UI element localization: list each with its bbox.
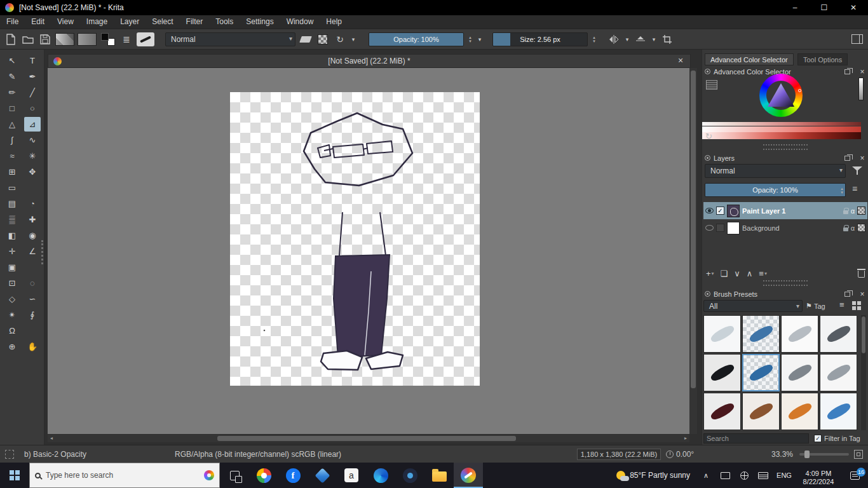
vertical-scrollbar[interactable]: [689, 68, 697, 434]
filter-layers-button[interactable]: [852, 166, 862, 175]
value-bar[interactable]: [858, 78, 864, 100]
tool-bezier-select[interactable]: ∮: [24, 308, 41, 322]
app-edge-button[interactable]: [366, 463, 395, 488]
visibility-eye-icon[interactable]: [705, 225, 714, 231]
presets-scrollbar-thumb[interactable]: [862, 316, 865, 353]
mirror-vertical-button[interactable]: [634, 32, 648, 47]
lock-icon[interactable]: [843, 210, 848, 214]
tool-rect-select[interactable]: ⊡: [4, 276, 20, 290]
app-a-button[interactable]: a: [337, 463, 366, 488]
move-layer-down-button[interactable]: ∨: [734, 269, 740, 278]
tool-freehand-select[interactable]: ∽: [24, 292, 41, 306]
opacity-dropdown-button[interactable]: ▾: [477, 32, 483, 47]
tool-pattern-edit[interactable]: ▒: [4, 212, 20, 227]
toolbox-resize-handle[interactable]: [41, 240, 43, 264]
start-button[interactable]: [0, 463, 29, 488]
close-docker-button[interactable]: ×: [858, 290, 866, 299]
brush-preset[interactable]: [742, 393, 780, 430]
brush-preset[interactable]: [703, 354, 741, 391]
mirror-vertical-dropdown[interactable]: ▾: [651, 32, 657, 47]
menu-item-view[interactable]: View: [51, 15, 80, 29]
maximize-button[interactable]: ☐: [810, 0, 839, 15]
size-spinner[interactable]: ▴▾: [591, 32, 597, 46]
tool-polyline[interactable]: ⊿: [24, 117, 41, 132]
weather-widget[interactable]: 85°F Partly sunny: [610, 471, 696, 480]
preset-filter-select[interactable]: All ▾: [703, 300, 803, 312]
close-docker-button[interactable]: ×: [858, 154, 866, 163]
tray-expand-chevron[interactable]: ∧: [696, 463, 715, 488]
tool-freehand-path[interactable]: ∿: [24, 133, 41, 147]
close-button[interactable]: ✕: [839, 0, 868, 15]
delete-layer-button[interactable]: [858, 271, 865, 278]
new-document-button[interactable]: [4, 32, 18, 47]
tool-text[interactable]: T: [24, 53, 41, 68]
tag-button[interactable]: ⚑ Tag: [806, 300, 825, 312]
tool-multibrush[interactable]: ✳: [24, 149, 41, 163]
selector-settings-button[interactable]: [706, 80, 717, 90]
brush-preset[interactable]: [742, 354, 780, 391]
color-triangle[interactable]: [766, 82, 796, 109]
layer-checkbox[interactable]: [716, 224, 724, 232]
document-close-button[interactable]: ×: [675, 55, 686, 65]
horizontal-scrollbar-thumb[interactable]: [217, 436, 516, 441]
color-history-strip[interactable]: [702, 122, 861, 126]
tool-smart-patch[interactable]: ✚: [24, 212, 41, 227]
docker-splitter[interactable]: [763, 285, 808, 286]
inherit-alpha-icon[interactable]: [857, 207, 865, 215]
search-highlights-icon[interactable]: [204, 470, 214, 480]
horizontal-scrollbar[interactable]: ◂ ▸: [48, 435, 689, 442]
gradient-chooser-button[interactable]: [55, 33, 74, 46]
action-center-button[interactable]: 16: [841, 471, 868, 480]
brush-preset[interactable]: [781, 315, 818, 353]
tool-polygon[interactable]: △: [4, 117, 20, 132]
tool-polygon-select[interactable]: ◇: [4, 292, 20, 306]
taskbar-search[interactable]: Type here to search: [29, 463, 220, 488]
brush-preset[interactable]: [820, 315, 857, 353]
color-wheel[interactable]: [759, 74, 803, 117]
close-docker-button[interactable]: ×: [858, 67, 866, 76]
alpha-icon[interactable]: α: [851, 207, 855, 215]
tool-ellipse-select[interactable]: ◌: [24, 276, 41, 290]
tool-crop[interactable]: ▭: [4, 180, 20, 195]
menu-item-layer[interactable]: Layer: [114, 15, 146, 29]
tool-magnetic-select[interactable]: Ω: [4, 323, 20, 338]
tool-similar-select[interactable]: ✴: [4, 308, 20, 322]
app-krita-button[interactable]: [454, 463, 483, 488]
layer-opacity-slider[interactable]: Opacity: 100% ▴▾: [705, 183, 846, 197]
layer-row-paint-layer-1[interactable]: ✓ Paint Layer 1 α: [703, 202, 867, 219]
tool-move[interactable]: ✥: [24, 165, 41, 179]
tool-pan[interactable]: ✋: [24, 339, 41, 354]
tool-color-sampler[interactable]: ◔: [24, 196, 41, 211]
menu-item-settings[interactable]: Settings: [240, 15, 280, 29]
tool-assistants[interactable]: ✛: [4, 244, 20, 259]
filter-in-tag-checkbox[interactable]: ✓: [814, 435, 822, 442]
reload-preset-button[interactable]: ↻: [333, 32, 347, 47]
wrap-around-mode-button[interactable]: [660, 32, 674, 47]
brush-preset[interactable]: [703, 393, 741, 430]
brush-preset[interactable]: [781, 354, 818, 391]
duplicate-layer-button[interactable]: ❏: [721, 269, 728, 278]
alpha-icon[interactable]: α: [851, 224, 855, 232]
reload-dropdown-button[interactable]: ▾: [350, 32, 356, 47]
layer-properties-button[interactable]: ≡▾: [759, 269, 767, 278]
task-view-button[interactable]: [220, 463, 249, 488]
language-indicator[interactable]: ENG: [773, 471, 796, 479]
tool-enclose-fill[interactable]: ◉: [24, 228, 41, 243]
document-caption-bar[interactable]: [Not Saved] (22.2 MiB) * ×: [48, 54, 691, 68]
minimize-button[interactable]: –: [780, 0, 810, 15]
brush-editor-button[interactable]: [137, 32, 154, 46]
display-tray-icon[interactable]: [715, 463, 735, 488]
shade-strip-light[interactable]: [702, 126, 861, 132]
menu-item-select[interactable]: Select: [146, 15, 179, 29]
scroll-right-icon[interactable]: ▸: [682, 435, 689, 442]
presets-scrollbar[interactable]: [861, 315, 866, 430]
layer-options-button[interactable]: ≡: [852, 184, 857, 194]
layer-opacity-spinner[interactable]: ▴▾: [839, 184, 845, 197]
tool-freehand-brush[interactable]: ✏: [4, 85, 20, 100]
brush-preset[interactable]: [820, 354, 857, 391]
network-tray-icon[interactable]: [735, 463, 754, 488]
eraser-mode-button[interactable]: [299, 32, 313, 47]
tool-calligraphy[interactable]: ✒: [24, 69, 41, 84]
tool-fill[interactable]: ◧: [4, 228, 20, 243]
rotation-angle[interactable]: 0.00°: [666, 449, 694, 460]
